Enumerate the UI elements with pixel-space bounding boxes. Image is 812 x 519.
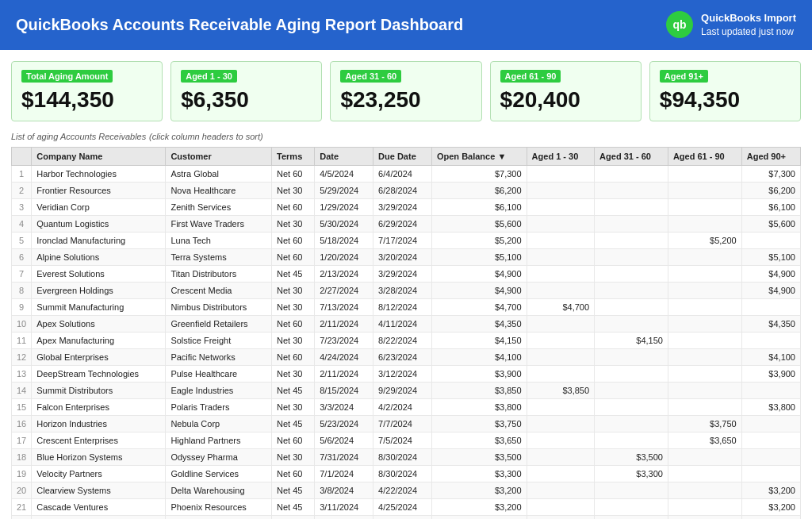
- cell-11-5: 6/23/2024: [373, 348, 432, 365]
- cell-1-2: Nova Healthcare: [166, 182, 272, 198]
- cell-21-3: Net 60: [272, 515, 315, 519]
- cell-11-8: [595, 348, 668, 365]
- cell-4-1: Ironclad Manufacturing: [32, 232, 166, 248]
- cell-4-9: $5,200: [668, 232, 741, 248]
- cell-5-10: $5,100: [741, 248, 800, 265]
- cell-5-7: [527, 248, 595, 265]
- cell-0-1: Harbor Technologies: [32, 165, 166, 182]
- aging-table: Company NameCustomerTermsDateDue DateOpe…: [11, 147, 801, 519]
- cell-12-1: DeepStream Technologies: [32, 365, 166, 382]
- cell-9-8: [595, 315, 668, 332]
- kpi-value-0: $144,350: [21, 87, 152, 113]
- cell-4-10: [741, 232, 800, 248]
- cell-8-3: Net 30: [272, 298, 315, 315]
- cell-15-3: Net 45: [272, 415, 315, 432]
- cell-18-5: 8/30/2024: [373, 465, 432, 482]
- cell-13-8: [595, 382, 668, 398]
- col-header-8[interactable]: Aged 31 - 60: [595, 147, 668, 165]
- cell-10-9: [668, 332, 741, 348]
- cell-19-1: Clearview Systems: [32, 482, 166, 498]
- cell-14-4: 3/3/2024: [315, 398, 373, 415]
- cell-4-2: Luna Tech: [166, 232, 272, 248]
- table-row: 12Global EnterprisesPacific NetworksNet …: [12, 348, 801, 365]
- cell-2-0: 3: [12, 198, 32, 215]
- cell-2-8: [595, 198, 668, 215]
- col-header-3[interactable]: Terms: [272, 147, 315, 165]
- cell-4-5: 7/17/2024: [373, 232, 432, 248]
- cell-20-10: $3,200: [741, 498, 800, 515]
- col-header-2[interactable]: Customer: [166, 147, 272, 165]
- cell-17-3: Net 30: [272, 448, 315, 465]
- cell-10-4: 7/23/2024: [315, 332, 373, 348]
- cell-17-2: Odyssey Pharma: [166, 448, 272, 465]
- cell-19-4: 3/8/2024: [315, 482, 373, 498]
- cell-3-0: 4: [12, 215, 32, 232]
- cell-2-3: Net 60: [272, 198, 315, 215]
- cell-15-0: 16: [12, 415, 32, 432]
- cell-1-0: 2: [12, 182, 32, 198]
- cell-5-0: 6: [12, 248, 32, 265]
- col-header-6[interactable]: Open Balance ▼: [431, 147, 527, 165]
- cell-17-6: $3,500: [431, 448, 527, 465]
- table-row: 4Quantum LogisticsFirst Wave TradersNet …: [12, 215, 801, 232]
- cell-20-5: 4/25/2024: [373, 498, 432, 515]
- cell-5-4: 1/20/2024: [315, 248, 373, 265]
- cell-16-6: $3,650: [431, 432, 527, 448]
- col-header-10[interactable]: Aged 90+: [741, 147, 800, 165]
- cell-17-9: [668, 448, 741, 465]
- cell-14-1: Falcon Enterprises: [32, 398, 166, 415]
- table-row: 2Frontier ResourcesNova HealthcareNet 30…: [12, 182, 801, 198]
- kpi-value-2: $23,250: [340, 87, 471, 113]
- cell-10-0: 11: [12, 332, 32, 348]
- cell-5-8: [595, 248, 668, 265]
- cell-21-2: Eclipse Traders: [166, 515, 272, 519]
- cell-15-1: Horizon Industries: [32, 415, 166, 432]
- qb-updated-label: Last updated just now: [701, 25, 796, 39]
- col-header-7[interactable]: Aged 1 - 30: [527, 147, 595, 165]
- cell-17-5: 8/30/2024: [373, 448, 432, 465]
- cell-12-7: [527, 365, 595, 382]
- table-row: 7Everest SolutionsTitan DistributorsNet …: [12, 265, 801, 282]
- cell-3-3: Net 30: [272, 215, 315, 232]
- table-heading-text: List of aging Accounts Receivables: [11, 132, 146, 141]
- cell-11-6: $4,100: [431, 348, 527, 365]
- cell-6-10: $4,900: [741, 265, 800, 282]
- col-header-9[interactable]: Aged 61 - 90: [668, 147, 741, 165]
- cell-5-6: $5,100: [431, 248, 527, 265]
- table-row: 9Summit ManufacturingNimbus Distributors…: [12, 298, 801, 315]
- table-heading: List of aging Accounts Receivables (clic…: [11, 129, 801, 142]
- cell-10-10: [741, 332, 800, 348]
- cell-7-10: $4,900: [741, 282, 800, 298]
- cell-18-9: [668, 465, 741, 482]
- cell-9-9: [668, 315, 741, 332]
- cell-7-4: 2/27/2024: [315, 282, 373, 298]
- cell-9-5: 4/11/2024: [373, 315, 432, 332]
- cell-15-6: $3,750: [431, 415, 527, 432]
- cell-1-3: Net 30: [272, 182, 315, 198]
- cell-18-7: [527, 465, 595, 482]
- cell-2-4: 1/29/2024: [315, 198, 373, 215]
- cell-21-4: 4/15/2024: [315, 515, 373, 519]
- cell-6-8: [595, 265, 668, 282]
- cell-12-2: Pulse Healthcare: [166, 365, 272, 382]
- cell-4-6: $5,200: [431, 232, 527, 248]
- col-header-4[interactable]: Date: [315, 147, 373, 165]
- cell-16-1: Crescent Enterprises: [32, 432, 166, 448]
- cell-18-10: [741, 465, 800, 482]
- cell-6-3: Net 45: [272, 265, 315, 282]
- cell-14-5: 4/2/2024: [373, 398, 432, 415]
- cell-21-7: [527, 515, 595, 519]
- cell-13-9: [668, 382, 741, 398]
- cell-8-10: [741, 298, 800, 315]
- cell-9-1: Apex Solutions: [32, 315, 166, 332]
- kpi-label-4: Aged 91+: [660, 70, 708, 83]
- cell-18-0: 19: [12, 465, 32, 482]
- col-header-5[interactable]: Due Date: [373, 147, 432, 165]
- col-header-1[interactable]: Company Name: [32, 147, 166, 165]
- cell-17-1: Blue Horizon Systems: [32, 448, 166, 465]
- kpi-value-1: $6,350: [181, 87, 312, 113]
- cell-11-2: Pacific Networks: [166, 348, 272, 365]
- cell-5-2: Terra Systems: [166, 248, 272, 265]
- cell-9-2: Greenfield Retailers: [166, 315, 272, 332]
- cell-20-0: 21: [12, 498, 32, 515]
